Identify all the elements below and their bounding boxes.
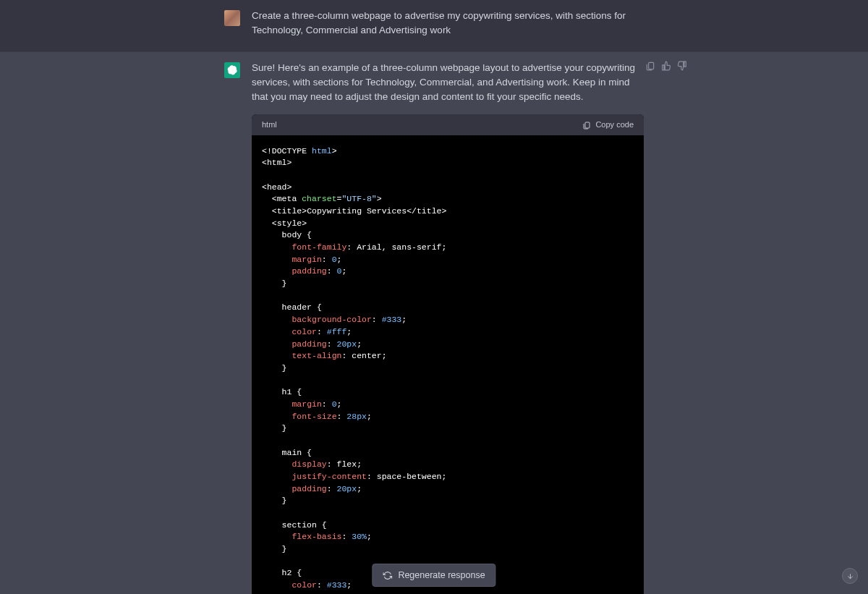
user-message-text: Create a three-column webpage to adverti… <box>252 9 644 38</box>
user-avatar <box>224 10 240 26</box>
scroll-to-bottom-button[interactable] <box>842 568 858 584</box>
assistant-avatar <box>224 62 240 78</box>
code-block: html Copy code <!DOCTYPE html> <html> <h… <box>252 114 644 594</box>
assistant-message-text: Sure! Here's an example of a three-colum… <box>252 61 644 105</box>
assistant-message-row: Sure! Here's an example of a three-colum… <box>0 51 868 595</box>
message-actions <box>645 61 687 71</box>
arrow-down-icon <box>846 572 854 580</box>
user-message-inner: Create a three-column webpage to adverti… <box>224 9 644 38</box>
user-message-row: Create a three-column webpage to adverti… <box>0 0 868 51</box>
assistant-message-inner: Sure! Here's an example of a three-colum… <box>224 61 644 595</box>
copy-icon[interactable] <box>645 61 655 71</box>
copy-code-button[interactable]: Copy code <box>582 119 634 131</box>
copy-code-label: Copy code <box>595 119 634 131</box>
svg-rect-0 <box>585 122 590 128</box>
code-block-content[interactable]: <!DOCTYPE html> <html> <head> <meta char… <box>252 135 644 594</box>
svg-rect-1 <box>649 62 654 69</box>
thumbs-down-icon[interactable] <box>677 61 687 71</box>
thumbs-up-icon[interactable] <box>661 61 671 71</box>
clipboard-icon <box>582 121 591 130</box>
regenerate-response-label: Regenerate response <box>398 570 485 580</box>
refresh-icon <box>383 571 392 580</box>
code-block-header: html Copy code <box>252 114 644 135</box>
assistant-message-content: Sure! Here's an example of a three-colum… <box>252 61 644 595</box>
code-language-label: html <box>262 119 277 131</box>
regenerate-response-button[interactable]: Regenerate response <box>372 564 495 587</box>
